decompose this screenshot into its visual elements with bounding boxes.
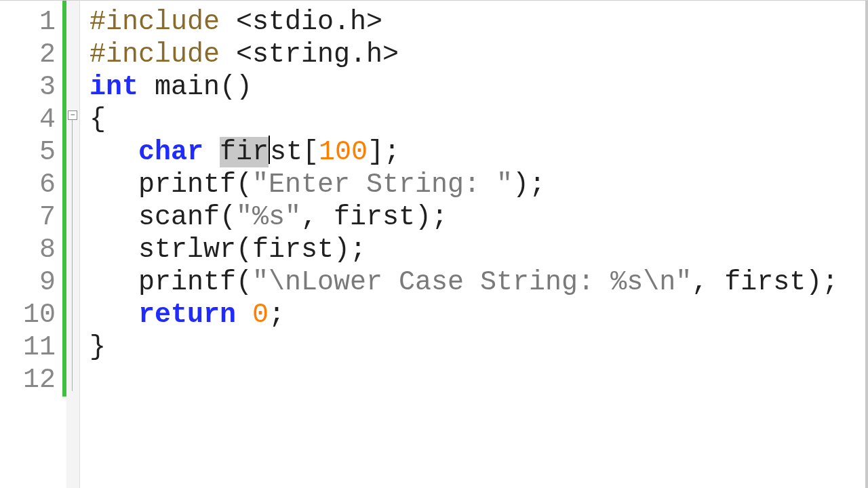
function-call: strlwr [138,235,236,265]
line-number: 11 [0,331,62,364]
semicolon: ; [822,267,838,298]
comma: , [692,267,724,298]
number-literal: 100 [319,137,368,167]
include-file: <string.h> [236,39,399,70]
code-line[interactable]: printf("Enter String: "); [90,169,865,201]
line-number: 8 [0,234,62,266]
semicolon: ; [384,137,400,167]
fold-column: − [66,0,80,488]
code-editor: 1 2 3 4 5 6 7 8 9 10 11 12 − #include <s… [0,0,868,488]
paren: ( [220,202,236,232]
identifier: first [724,267,806,298]
semicolon: ; [269,300,285,330]
space [203,137,220,167]
text-caret [269,136,270,164]
space [138,72,155,102]
comma: , [301,202,334,232]
open-brace: { [90,104,106,135]
line-number: 2 [0,39,62,71]
bracket: ] [368,137,384,167]
code-line[interactable]: #include <stdio.h> [90,6,865,39]
code-line[interactable]: int main() [90,71,865,104]
fold-guide-line [72,120,73,391]
fold-toggle[interactable]: − [68,110,77,120]
function-main: main [155,72,220,102]
function-call: printf [138,169,236,200]
string-literal: "\nLower Case String: %s\n" [252,267,692,298]
function-call: scanf [138,202,220,232]
line-number: 3 [0,71,62,104]
string-literal: "%s" [236,202,301,232]
line-number: 7 [0,201,62,234]
string-literal: "Enter String: " [252,169,513,200]
paren: ( [236,169,252,200]
line-number: 9 [0,266,62,299]
line-number: 6 [0,169,62,201]
preprocessor-directive: #include [90,39,236,70]
identifier: st [270,137,302,167]
line-number: 5 [0,136,62,169]
scrollbar-track[interactable] [865,0,868,488]
code-line[interactable] [90,364,865,396]
function-call: printf [138,267,236,298]
paren: ) [806,267,822,298]
selected-text: fir [220,137,269,167]
line-number: 12 [0,364,62,396]
bracket: [ [302,137,319,167]
paren: ( [236,267,252,298]
close-brace: } [90,332,106,363]
code-line[interactable]: #include <string.h> [90,39,865,71]
code-line[interactable]: } [90,331,865,364]
preprocessor-directive: #include [90,7,236,37]
line-number: 1 [0,6,62,39]
code-line[interactable]: printf("\nLower Case String: %s\n", firs… [90,266,865,299]
code-line[interactable]: scanf("%s", first); [90,201,865,234]
code-line[interactable]: { [90,104,865,136]
semicolon: ; [350,235,366,265]
code-line[interactable]: char first[100]; [90,136,865,169]
keyword-return: return [138,300,236,330]
keyword-int: int [90,72,138,102]
code-area[interactable]: #include <stdio.h> #include <string.h> i… [80,0,865,488]
paren: ) [334,235,350,265]
line-number-gutter: 1 2 3 4 5 6 7 8 9 10 11 12 [0,0,62,488]
space [236,300,252,330]
keyword-char: char [138,137,203,167]
line-number: 4 [0,104,62,136]
code-line[interactable]: return 0; [90,299,865,331]
code-line[interactable]: strlwr(first); [90,234,865,266]
number-literal: 0 [252,300,269,330]
parens: () [220,72,252,102]
line-number: 10 [0,299,62,331]
include-file: <stdio.h> [236,7,382,37]
paren: ) [513,169,529,200]
semicolon: ; [529,169,545,200]
identifier: first [334,202,415,232]
semicolon: ; [431,202,448,232]
identifier: first [252,235,334,265]
paren: ) [415,202,431,232]
paren: ( [236,235,252,265]
